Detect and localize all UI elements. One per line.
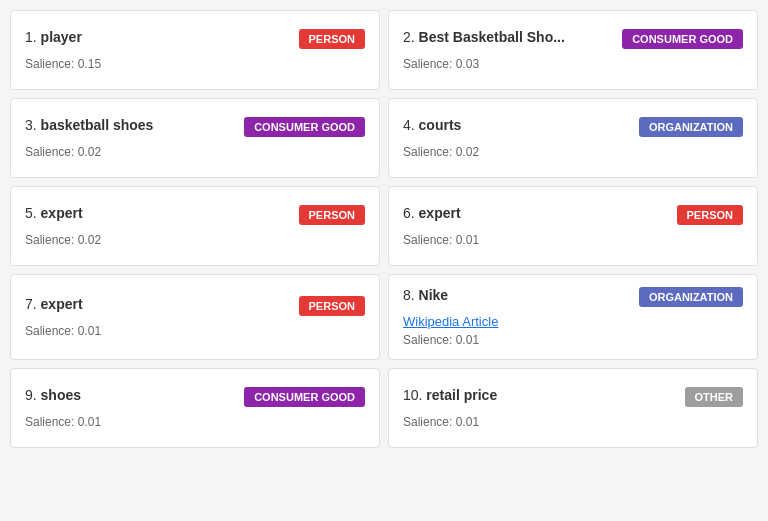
badge-3: CONSUMER GOOD (244, 117, 365, 137)
card-title-1: 1. player (25, 29, 299, 45)
wiki-link-8[interactable]: Wikipedia Article (403, 314, 743, 329)
card-header-10: 10. retail priceOTHER (403, 387, 743, 407)
badge-1: PERSON (299, 29, 365, 49)
card-10: 10. retail priceOTHERSalience: 0.01 (388, 368, 758, 448)
card-2: 2. Best Basketball Sho...CONSUMER GOODSa… (388, 10, 758, 90)
card-header-1: 1. playerPERSON (25, 29, 365, 49)
badge-7: PERSON (299, 296, 365, 316)
salience-4: Salience: 0.02 (403, 145, 743, 159)
card-title-3: 3. basketball shoes (25, 117, 244, 133)
card-header-3: 3. basketball shoesCONSUMER GOOD (25, 117, 365, 137)
card-6: 6. expertPERSONSalience: 0.01 (388, 186, 758, 266)
salience-1: Salience: 0.15 (25, 57, 365, 71)
card-title-8: 8. Nike (403, 287, 639, 303)
card-title-10: 10. retail price (403, 387, 685, 403)
card-7: 7. expertPERSONSalience: 0.01 (10, 274, 380, 360)
card-header-4: 4. courtsORGANIZATION (403, 117, 743, 137)
card-3: 3. basketball shoesCONSUMER GOODSalience… (10, 98, 380, 178)
card-header-2: 2. Best Basketball Sho...CONSUMER GOOD (403, 29, 743, 49)
salience-6: Salience: 0.01 (403, 233, 743, 247)
card-header-7: 7. expertPERSON (25, 296, 365, 316)
badge-4: ORGANIZATION (639, 117, 743, 137)
card-title-5: 5. expert (25, 205, 299, 221)
card-8: 8. NikeORGANIZATIONWikipedia ArticleSali… (388, 274, 758, 360)
salience-9: Salience: 0.01 (25, 415, 365, 429)
badge-2: CONSUMER GOOD (622, 29, 743, 49)
badge-6: PERSON (677, 205, 743, 225)
salience-7: Salience: 0.01 (25, 324, 365, 338)
card-title-7: 7. expert (25, 296, 299, 312)
entity-grid: 1. playerPERSONSalience: 0.152. Best Bas… (10, 10, 758, 448)
card-4: 4. courtsORGANIZATIONSalience: 0.02 (388, 98, 758, 178)
card-title-6: 6. expert (403, 205, 677, 221)
badge-10: OTHER (685, 387, 744, 407)
card-5: 5. expertPERSONSalience: 0.02 (10, 186, 380, 266)
card-header-5: 5. expertPERSON (25, 205, 365, 225)
salience-3: Salience: 0.02 (25, 145, 365, 159)
card-1: 1. playerPERSONSalience: 0.15 (10, 10, 380, 90)
salience-5: Salience: 0.02 (25, 233, 365, 247)
salience-8: Salience: 0.01 (403, 333, 743, 347)
card-title-4: 4. courts (403, 117, 639, 133)
badge-5: PERSON (299, 205, 365, 225)
badge-8: ORGANIZATION (639, 287, 743, 307)
card-header-8: 8. NikeORGANIZATION (403, 287, 743, 307)
salience-2: Salience: 0.03 (403, 57, 743, 71)
badge-9: CONSUMER GOOD (244, 387, 365, 407)
card-9: 9. shoesCONSUMER GOODSalience: 0.01 (10, 368, 380, 448)
card-title-2: 2. Best Basketball Sho... (403, 29, 622, 45)
card-title-9: 9. shoes (25, 387, 244, 403)
card-header-6: 6. expertPERSON (403, 205, 743, 225)
card-header-9: 9. shoesCONSUMER GOOD (25, 387, 365, 407)
salience-10: Salience: 0.01 (403, 415, 743, 429)
